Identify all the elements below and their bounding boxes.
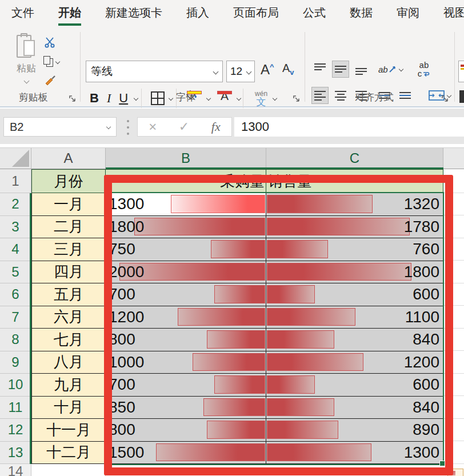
- cell-B6[interactable]: 700: [106, 283, 266, 306]
- font-color-button[interactable]: A: [216, 89, 233, 107]
- row-header-1[interactable]: 1: [0, 169, 31, 193]
- cell-B2[interactable]: 1300: [106, 193, 266, 216]
- cell-A8[interactable]: 七月: [31, 329, 106, 351]
- cell-C13[interactable]: 1300: [266, 442, 443, 465]
- row-header-12[interactable]: 12: [0, 419, 31, 442]
- column-header-B[interactable]: B: [106, 148, 266, 169]
- align-left-button[interactable]: [311, 87, 329, 104]
- cell-A7[interactable]: 六月: [31, 306, 106, 329]
- tab-data[interactable]: 数据: [350, 0, 373, 27]
- format-painter-button[interactable]: [43, 74, 69, 90]
- cell-B12[interactable]: 800: [106, 419, 266, 442]
- column-header-D-partial[interactable]: [443, 148, 464, 169]
- cell-A13[interactable]: 十二月: [31, 442, 106, 465]
- borders-icon[interactable]: [151, 91, 165, 105]
- cell-B4[interactable]: 750: [106, 238, 266, 261]
- italic-button[interactable]: I: [107, 91, 111, 106]
- phonetic-caret[interactable]: [273, 96, 277, 101]
- align-center-button[interactable]: [332, 87, 349, 104]
- cell-A11[interactable]: 十月: [31, 397, 106, 419]
- copy-button[interactable]: [43, 54, 69, 70]
- tab-file[interactable]: 文件: [11, 0, 34, 27]
- tab-review[interactable]: 审阅: [397, 0, 419, 27]
- row-header-11[interactable]: 11: [0, 397, 31, 419]
- column-header-C[interactable]: C: [266, 148, 443, 169]
- increase-font-size-button[interactable]: A^: [261, 62, 274, 78]
- row-header-10[interactable]: 10: [0, 374, 31, 397]
- clipboard-dialog-launcher-icon[interactable]: [69, 95, 77, 103]
- cell-C7[interactable]: 1100: [266, 306, 443, 329]
- row-header-3[interactable]: 3: [0, 216, 31, 239]
- align-top-button[interactable]: [311, 61, 329, 78]
- row-header-7[interactable]: 7: [0, 306, 31, 329]
- cell-A4[interactable]: 三月: [31, 238, 106, 261]
- formula-bar-drag-dots[interactable]: [127, 120, 130, 135]
- orientation-button[interactable]: ab: [378, 65, 403, 74]
- font-size-combobox[interactable]: 12: [226, 61, 255, 82]
- cell-C11[interactable]: 840: [266, 397, 443, 419]
- cell-C10[interactable]: 600: [266, 374, 443, 397]
- decrease-font-size-button[interactable]: Av: [282, 62, 294, 77]
- align-bottom-button[interactable]: [353, 61, 370, 78]
- formula-input[interactable]: 1300: [234, 117, 464, 137]
- phonetic-guide-button[interactable]: wén 文: [253, 90, 270, 107]
- fill-color-caret[interactable]: [206, 96, 211, 101]
- fill-handle[interactable]: [439, 461, 445, 466]
- cell-A3[interactable]: 二月: [31, 216, 106, 239]
- tab-page-layout[interactable]: 页面布局: [233, 0, 279, 27]
- confirm-icon[interactable]: ✓: [179, 119, 189, 134]
- cell-C9[interactable]: 1200: [266, 351, 443, 374]
- cell-C2[interactable]: 1320: [266, 193, 443, 216]
- cell-A9[interactable]: 八月: [31, 351, 106, 374]
- tab-new-tab[interactable]: 新建选项卡: [105, 0, 162, 27]
- underline-caret[interactable]: [134, 96, 138, 101]
- cell-B8[interactable]: 800: [106, 329, 266, 351]
- cell-C12[interactable]: 890: [266, 419, 443, 442]
- cell-C5[interactable]: 1800: [266, 261, 443, 284]
- tab-home[interactable]: 开始: [58, 0, 81, 27]
- row-header-5[interactable]: 5: [0, 261, 31, 284]
- number-format-combobox-partial[interactable]: [458, 61, 464, 82]
- number-group-partial-icon[interactable]: [459, 90, 464, 103]
- row-header-14[interactable]: 14: [0, 464, 31, 476]
- cell-B3[interactable]: 1800: [106, 216, 266, 239]
- alignment-dialog-launcher-icon[interactable]: [441, 95, 450, 103]
- row-header-9[interactable]: 9: [0, 351, 31, 374]
- cell-B11[interactable]: 850: [106, 397, 266, 419]
- cell-A14[interactable]: [31, 464, 106, 476]
- row-header-2[interactable]: 2: [0, 193, 31, 216]
- cell-A6[interactable]: 五月: [31, 283, 106, 306]
- font-dialog-launcher-icon[interactable]: [293, 95, 301, 103]
- name-box[interactable]: B2: [3, 117, 117, 137]
- select-all-corner[interactable]: [0, 148, 31, 169]
- cell-A10[interactable]: 九月: [31, 374, 106, 397]
- cell-B9[interactable]: 1000: [106, 351, 266, 374]
- formatting-options-icon[interactable]: [447, 469, 463, 476]
- cell-C8[interactable]: 840: [266, 329, 443, 351]
- row-header-13[interactable]: 13: [0, 442, 31, 465]
- cell-B1[interactable]: 采购量: [106, 169, 266, 193]
- insert-function-icon[interactable]: fx: [211, 119, 221, 134]
- row-header-8[interactable]: 8: [0, 329, 31, 351]
- cut-button[interactable]: [43, 34, 69, 50]
- cell-C3[interactable]: 1780: [266, 216, 443, 239]
- underline-button[interactable]: U: [119, 91, 128, 106]
- row-header-4[interactable]: 4: [0, 238, 31, 261]
- cell-A5[interactable]: 四月: [31, 261, 106, 284]
- tab-view[interactable]: 视图: [443, 0, 464, 27]
- column-header-A[interactable]: A: [31, 148, 106, 169]
- wrap-text-button[interactable]: ab c: [418, 61, 431, 78]
- cell-A2[interactable]: 一月: [31, 193, 106, 216]
- cell-B13[interactable]: 1500: [106, 442, 266, 465]
- cell-A12[interactable]: 十一月: [31, 419, 106, 442]
- cell-B10[interactable]: 700: [106, 374, 266, 397]
- tab-formulas[interactable]: 公式: [303, 0, 326, 27]
- cancel-icon[interactable]: ×: [149, 119, 157, 135]
- cell-B7[interactable]: 1200: [106, 306, 266, 329]
- cell-B5[interactable]: 2000: [106, 261, 266, 284]
- row-header-6[interactable]: 6: [0, 283, 31, 306]
- font-name-combobox[interactable]: 等线: [86, 61, 223, 82]
- cell-A1[interactable]: 月份: [31, 169, 106, 193]
- tab-insert[interactable]: 插入: [186, 0, 209, 27]
- bold-button[interactable]: B: [90, 91, 99, 106]
